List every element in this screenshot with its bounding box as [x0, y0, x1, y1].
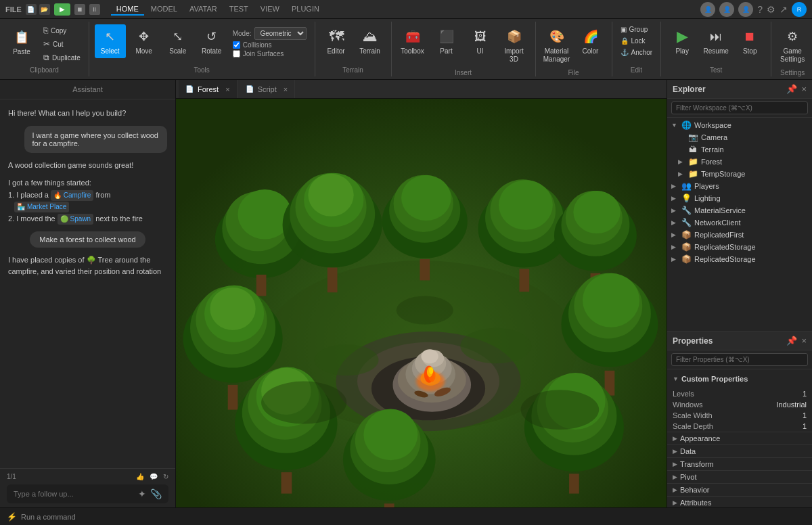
part-button[interactable]: ⬛ Part [431, 24, 462, 58]
custom-properties-header[interactable]: ▼ Custom Properties [673, 372, 807, 386]
mode-select[interactable]: Geometric [254, 27, 307, 40]
msg-response-2: I have placed copies of 🌳 Tree around th… [8, 254, 167, 277]
user-avatar[interactable]: R [792, 2, 807, 17]
forest-item[interactable]: ▶ 📁 Forest [667, 156, 812, 168]
select-button[interactable]: ↖ Select [95, 24, 126, 58]
rotate-button[interactable]: ↺ Rotate [196, 24, 227, 58]
properties-filter-input[interactable] [671, 353, 808, 366]
settings-label: Settings [780, 66, 805, 76]
material-service-label: MaterialService [694, 206, 746, 214]
ui-button[interactable]: 🖼 UI [465, 24, 496, 58]
lock-button[interactable]: 🔒 Lock [618, 36, 656, 46]
nav-avatar[interactable]: AVATAR [184, 3, 223, 16]
nav-model[interactable]: MODEL [145, 3, 183, 16]
join-surfaces-checkbox[interactable] [233, 50, 240, 58]
tempstorage-arrow: ▶ [678, 170, 685, 177]
join-surfaces-label[interactable]: Join Surfaces [233, 50, 307, 58]
nav-plugin[interactable]: PLUGIN [286, 3, 325, 16]
bottom-bar-text[interactable]: Run a command [21, 513, 76, 521]
tab-forest[interactable]: 📄 Forest × [179, 80, 238, 98]
insert-label: Insert [455, 66, 472, 76]
properties-close-icon[interactable]: × [801, 336, 807, 346]
pivot-category[interactable]: ▶ Pivot [667, 470, 812, 483]
script-tab-close[interactable]: × [284, 85, 288, 93]
share-icon[interactable]: ↗ [780, 4, 788, 15]
stop-icon[interactable]: ⏹ [74, 4, 85, 15]
terrain-label: Terrain [359, 47, 380, 55]
prop-scale-depth-value[interactable]: 1 [741, 422, 807, 430]
title-nav: HOME MODEL AVATAR TEST VIEW PLUGIN [111, 3, 325, 16]
nav-view[interactable]: VIEW [255, 3, 285, 16]
play-test-icon: ▶ [673, 27, 692, 46]
cut-button[interactable]: ✂ Cut [41, 38, 83, 50]
stop-button[interactable]: ⏹ Stop [734, 24, 765, 58]
game-settings-button[interactable]: ⚙ GameSettings [777, 24, 808, 66]
replicated-first-item[interactable]: ▶ 📦 ReplicatedFirst [667, 229, 812, 241]
open-icon[interactable]: 📂 [39, 4, 50, 15]
explorer-filter-input[interactable] [671, 101, 808, 114]
replicated-storage-2-item[interactable]: ▶ 📦 ReplicatedStorage [667, 253, 812, 265]
thumbs-up-icon[interactable]: 👍 [136, 473, 144, 480]
move-button[interactable]: ✥ Move [129, 24, 160, 58]
network-client-item[interactable]: ▶ 🔧 NetworkClient [667, 216, 812, 229]
color-button[interactable]: 🌈 Color [575, 24, 606, 58]
new-icon[interactable]: 📄 [26, 4, 37, 15]
replicated-storage-1-item[interactable]: ▶ 📦 ReplicatedStorage [667, 241, 812, 253]
custom-properties-arrow: ▼ [673, 375, 679, 382]
lighting-item[interactable]: ▶ 💡 Lighting [667, 192, 812, 204]
behavior-category[interactable]: ▶ Behavior [667, 483, 812, 496]
forest-tab-close[interactable]: × [225, 85, 229, 93]
settings-icon[interactable]: ⚙ [767, 4, 775, 15]
material-manager-button[interactable]: 🎨 MaterialManager [541, 24, 572, 66]
material-manager-icon: 🎨 [547, 27, 566, 46]
assistant-footer: 1/1 👍 💬 ↻ ✦ 📎 [0, 468, 175, 507]
explorer-close-icon[interactable]: × [801, 84, 807, 94]
appearance-category[interactable]: ▶ Appearance [667, 432, 812, 444]
properties-pin-icon[interactable]: 📌 [786, 336, 797, 346]
anchor-button[interactable]: ⚓ Anchor [618, 47, 656, 58]
properties-panel: Properties 📌 × ▼ Custom Properties Level… [667, 332, 812, 507]
nav-home[interactable]: HOME [111, 3, 144, 16]
explorer-pin-icon[interactable]: 📌 [786, 84, 797, 94]
data-category[interactable]: ▶ Data [667, 444, 812, 457]
follow-up-input[interactable] [14, 490, 134, 498]
terrain-button[interactable]: ⛰ Terrain [355, 24, 386, 58]
transform-category[interactable]: ▶ Transform [667, 457, 812, 470]
attributes-category[interactable]: ▶ Attributes [667, 496, 812, 507]
nav-test[interactable]: TEST [224, 3, 254, 16]
toolbox-button[interactable]: 🧰 Toolbox [397, 24, 428, 58]
play-test-button[interactable]: ▶ Play [667, 24, 698, 58]
cut-icon: ✂ [43, 39, 50, 49]
group-button[interactable]: ▣ Group [618, 24, 656, 35]
workspace-item[interactable]: ▼ 🌐 Workspace [667, 119, 812, 131]
comment-icon[interactable]: 💬 [150, 473, 158, 480]
play-button[interactable]: ▶ [54, 3, 70, 16]
prop-scale-width-row: Scale Width 1 [667, 410, 812, 421]
editor-button[interactable]: 🗺 Editor [321, 24, 352, 58]
players-item[interactable]: ▶ 👥 Players [667, 180, 812, 192]
resume-button[interactable]: ⏭ Resume [700, 24, 731, 58]
tempstorage-item[interactable]: ▶ 📁 TempStorage [667, 168, 812, 180]
scene-container[interactable] [176, 99, 667, 507]
tab-script[interactable]: 📄 Script × [239, 80, 296, 98]
prop-levels-value[interactable]: 1 [741, 390, 807, 398]
collisions-label[interactable]: Collisions [233, 41, 307, 49]
import3d-button[interactable]: 📦 Import 3D [499, 24, 530, 66]
terrain-item[interactable]: 🏔 Terrain [667, 143, 812, 156]
help-icon[interactable]: ? [757, 4, 763, 15]
material-service-item[interactable]: ▶ 🔧 MaterialService [667, 204, 812, 216]
attach-icon[interactable]: 📎 [150, 488, 162, 499]
prop-scale-width-value[interactable]: 1 [741, 411, 807, 419]
copy-button[interactable]: ⎘ Copy [41, 24, 83, 37]
pause-icon[interactable]: ⏸ [89, 4, 100, 15]
prop-windows-value[interactable]: Industrial [741, 401, 807, 409]
refresh-icon[interactable]: ↻ [163, 473, 168, 480]
file-menu[interactable]: FILE [5, 5, 22, 14]
ai-assist-icon[interactable]: ✦ [138, 488, 146, 499]
paste-button[interactable]: 📋 Paste [5, 24, 38, 60]
duplicate-button[interactable]: ⧉ Duplicate [41, 51, 83, 64]
scale-button[interactable]: ⤡ Scale [162, 24, 194, 58]
material-manager-label: MaterialManager [543, 47, 570, 64]
camera-item[interactable]: 📷 Camera [667, 131, 812, 143]
collisions-checkbox[interactable] [233, 41, 240, 49]
